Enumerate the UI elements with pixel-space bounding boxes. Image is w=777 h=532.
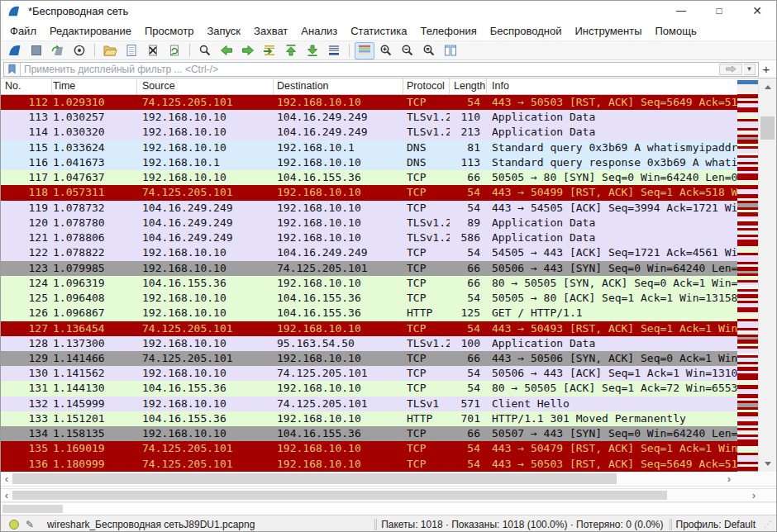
packet-row[interactable]: 1211.078806104.16.249.249192.168.10.10TL… (1, 230, 776, 245)
scroll-left-icon[interactable]: ‹ (1, 472, 12, 486)
menu-item-6[interactable]: Статистика (344, 22, 413, 40)
packet-row[interactable]: 1141.030320192.168.10.10104.16.249.249TL… (1, 125, 776, 140)
packet-row[interactable]: 1181.05731174.125.205.101192.168.10.10TC… (1, 185, 776, 200)
cell-no: 121 (1, 230, 52, 245)
packet-row[interactable]: 1291.14146674.125.205.101192.168.10.10TC… (1, 351, 776, 366)
packet-row[interactable]: 1201.078780104.16.249.249192.168.10.10TL… (1, 216, 776, 230)
packet-row[interactable]: 1311.144130104.16.155.36192.168.10.10TCP… (1, 381, 776, 396)
horizontal-scrollbar-thumb[interactable] (12, 473, 617, 484)
go-forward-icon[interactable] (238, 42, 258, 59)
menu-item-3[interactable]: Запуск (200, 22, 247, 40)
zoom-out-icon[interactable] (398, 42, 417, 59)
close-file-icon[interactable] (143, 42, 163, 59)
packet-row[interactable]: 1351.16901974.125.205.101192.168.10.10TC… (1, 441, 776, 456)
menu-item-4[interactable]: Захват (247, 22, 294, 40)
open-file-icon[interactable] (100, 42, 120, 59)
menu-item-7[interactable]: Телефония (413, 22, 483, 40)
resize-columns-icon[interactable] (441, 42, 460, 59)
scroll-right-icon[interactable]: › (748, 489, 760, 501)
resize-grip[interactable]: ⋰ (764, 520, 771, 529)
column-header-source[interactable]: Source (137, 78, 274, 94)
cell-source: 192.168.10.10 (137, 110, 274, 125)
packet-row[interactable]: 1151.033624192.168.10.10192.168.10.1DNS8… (1, 140, 776, 155)
packet-row[interactable]: 1281.137300192.168.10.1095.163.54.50TLSv… (1, 336, 776, 351)
menu-item-5[interactable]: Анализ (294, 22, 344, 40)
zoom-original-icon[interactable] (419, 42, 439, 59)
add-filter-button[interactable]: + (759, 62, 774, 76)
zoom-in-icon[interactable] (376, 42, 396, 59)
restart-capture-icon[interactable] (48, 42, 68, 59)
packet-row[interactable]: 1121.02931074.125.205.101192.168.10.10TC… (1, 95, 776, 110)
scroll-up-icon[interactable] (759, 80, 776, 93)
go-first-packet-icon[interactable] (281, 42, 301, 59)
menu-item-10[interactable]: Помощь (649, 22, 703, 40)
save-file-icon[interactable] (122, 42, 141, 59)
packet-row[interactable]: 1361.18099974.125.205.101192.168.10.10TC… (1, 457, 776, 472)
reload-file-icon[interactable] (164, 42, 184, 59)
packet-minimap[interactable] (737, 80, 758, 472)
scroll-left-icon[interactable]: ‹ (1, 489, 12, 501)
column-header-no[interactable]: No. (1, 78, 52, 94)
cell-time: 1.033624 (52, 140, 137, 155)
cell-source: 192.168.10.10 (137, 336, 274, 351)
vertical-scrollbar[interactable] (758, 78, 776, 472)
close-button[interactable]: ✕ (738, 1, 776, 21)
packet-row[interactable]: 1221.078822192.168.10.10104.16.249.249TC… (1, 245, 776, 260)
capture-comment-icon[interactable]: ✎ (26, 519, 34, 530)
vertical-scrollbar-thumb[interactable] (760, 116, 775, 140)
cell-no: 113 (1, 110, 52, 125)
menu-item-8[interactable]: Беспроводной (484, 22, 569, 40)
scroll-right-icon[interactable]: › (723, 472, 735, 486)
column-header-protocol[interactable]: Protocol (403, 78, 450, 94)
cell-time: 1.145999 (52, 397, 137, 411)
packet-row[interactable]: 1341.158135192.168.10.10104.16.155.36TCP… (1, 426, 776, 441)
cell-destination: 192.168.10.10 (274, 411, 403, 426)
capture-options-icon[interactable] (69, 42, 89, 59)
scrollbar-thumb[interactable] (2, 505, 63, 513)
packet-row[interactable]: 1321.145999192.168.10.1074.125.205.101TL… (1, 397, 776, 411)
packet-row[interactable]: 1271.13645474.125.205.101192.168.10.10TC… (1, 321, 776, 336)
apply-filter-icon[interactable] (719, 64, 742, 75)
packet-row[interactable]: 1261.096867192.168.10.10104.16.155.36HTT… (1, 306, 776, 321)
packet-row[interactable]: 1301.141562192.168.10.1074.125.205.101TC… (1, 366, 776, 381)
cell-no: 133 (1, 411, 52, 426)
colorize-packets-icon[interactable] (355, 42, 374, 59)
expert-info-icon[interactable] (9, 520, 19, 530)
column-header-time[interactable]: Time (52, 78, 137, 94)
cell-no: 122 (1, 245, 52, 260)
scroll-down-icon[interactable] (759, 457, 776, 470)
column-header-destination[interactable]: Destination (274, 78, 403, 94)
menu-item-2[interactable]: Просмотр (138, 22, 200, 40)
column-header-length[interactable]: Length (450, 78, 487, 94)
horizontal-scrollbar-detail[interactable]: ‹ › (1, 488, 776, 502)
packet-row[interactable]: 1131.030257192.168.10.10104.16.249.249TL… (1, 110, 776, 125)
auto-scroll-icon[interactable] (324, 42, 344, 59)
packet-row[interactable]: 1241.096319104.16.155.36192.168.10.10TCP… (1, 276, 776, 291)
profile-label[interactable]: Профиль: Default (676, 519, 756, 530)
go-last-packet-icon[interactable] (303, 42, 322, 59)
go-back-icon[interactable] (217, 42, 236, 59)
horizontal-scrollbar-list[interactable]: ‹ › (1, 472, 776, 487)
filter-dropdown-icon[interactable]: ▼ (744, 64, 756, 75)
start-capture-icon[interactable] (5, 42, 25, 59)
cell-length: 66 (450, 170, 487, 185)
menu-item-9[interactable]: Инструменты (568, 22, 648, 40)
menu-item-0[interactable]: Файл (3, 22, 43, 40)
find-packet-icon[interactable] (195, 42, 215, 59)
go-to-packet-icon[interactable] (260, 42, 279, 59)
cell-time: 1.096319 (52, 276, 137, 291)
packet-row[interactable]: 1231.079985192.168.10.1074.125.205.101TC… (1, 261, 776, 276)
packet-row[interactable]: 1331.151201104.16.155.36192.168.10.10HTT… (1, 411, 776, 426)
display-filter-input[interactable] (21, 64, 719, 75)
stop-capture-icon[interactable] (26, 42, 46, 59)
column-header-info[interactable]: Info (487, 78, 737, 94)
packet-row[interactable]: 1161.041673192.168.10.1192.168.10.10DNS1… (1, 155, 776, 170)
packet-row[interactable]: 1171.047637192.168.10.10104.16.155.36TCP… (1, 170, 776, 185)
horizontal-scrollbar-thumb[interactable] (12, 491, 667, 500)
menu-item-1[interactable]: Редактирование (43, 22, 138, 40)
maximize-button[interactable]: □ (700, 1, 738, 21)
packet-row[interactable]: 1191.078732104.16.249.249192.168.10.10TC… (1, 201, 776, 216)
filter-bookmark-icon[interactable] (4, 63, 21, 76)
minimize-button[interactable]: — (662, 1, 700, 21)
packet-row[interactable]: 1251.096408192.168.10.10104.16.155.36TCP… (1, 291, 776, 306)
